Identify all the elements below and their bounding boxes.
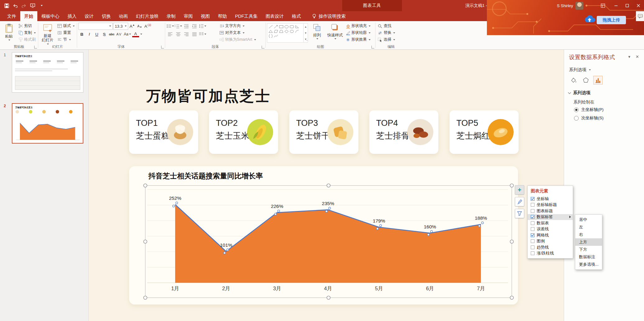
align-text-button[interactable]: 对齐文本 bbox=[218, 30, 264, 36]
reset-button[interactable]: 重置 bbox=[56, 30, 76, 36]
underline-button[interactable]: U bbox=[93, 31, 100, 38]
shape-rectangle-icon[interactable] bbox=[278, 24, 284, 29]
checkbox[interactable] bbox=[531, 227, 534, 231]
menu-item-below[interactable]: 下方 bbox=[575, 246, 602, 253]
pane-close-button[interactable]: ✕ bbox=[636, 54, 639, 59]
tab-record[interactable]: 录制 bbox=[163, 11, 180, 21]
checkbox[interactable] bbox=[531, 203, 534, 207]
undo-button[interactable] bbox=[11, 1, 19, 10]
line-spacing-button[interactable] bbox=[199, 23, 206, 30]
find-button[interactable]: 查找 bbox=[377, 23, 405, 29]
layout-button[interactable]: 版式 bbox=[56, 23, 76, 29]
clipboard-dialog-launcher[interactable] bbox=[34, 46, 37, 48]
checkbox[interactable] bbox=[531, 215, 534, 219]
chart-elements-button[interactable]: + bbox=[515, 185, 524, 195]
new-slide-button[interactable]: 新建 幻灯片 bbox=[40, 22, 56, 45]
text-shadow-button[interactable]: S bbox=[101, 31, 108, 38]
chart-container-card[interactable]: 抖音芝士相关话题搜索量同比增长率 252%101%226%235%179%160… bbox=[129, 166, 518, 305]
numbering-button[interactable]: 12 bbox=[175, 23, 182, 30]
bullets-button[interactable] bbox=[166, 23, 174, 30]
fill-line-tab[interactable] bbox=[569, 76, 578, 85]
tab-transitions[interactable]: 切换 bbox=[98, 11, 115, 21]
series-options-section-header[interactable]: 系列选项 bbox=[568, 90, 590, 96]
tab-format[interactable]: 格式 bbox=[288, 11, 305, 21]
tab-view[interactable]: 视图 bbox=[197, 11, 214, 21]
slide-title[interactable]: 万物皆可加点芝士 bbox=[146, 86, 271, 106]
shape-trapezoid-icon[interactable] bbox=[278, 29, 284, 34]
shape-right-triangle-icon[interactable] bbox=[294, 24, 300, 29]
columns-button[interactable] bbox=[199, 31, 206, 38]
slide-thumbnail-2[interactable]: 万物皆可加点芝士 bbox=[12, 103, 83, 144]
cloud-upload-icon[interactable] bbox=[584, 14, 595, 24]
element-selector-dropdown[interactable]: 系列选项 bbox=[569, 67, 591, 73]
shape-curve-icon[interactable] bbox=[273, 34, 278, 38]
arrange-button[interactable]: 排列 bbox=[309, 22, 325, 44]
checkbox[interactable] bbox=[531, 239, 534, 243]
chart-styles-button[interactable] bbox=[515, 197, 524, 206]
shape-outline-button[interactable]: 形状轮廓 bbox=[345, 30, 371, 36]
top5-card[interactable]: TOP5 芝士焗红薯 bbox=[450, 110, 519, 154]
section-button[interactable]: 节 bbox=[56, 36, 76, 43]
menu-item-axes[interactable]: 坐标轴 bbox=[528, 196, 573, 202]
format-painter-button[interactable]: 格式刷 bbox=[17, 36, 37, 43]
checkbox[interactable] bbox=[531, 209, 534, 213]
tab-chart-design[interactable]: 图表设计 bbox=[262, 11, 288, 21]
area-chart[interactable]: 252%101%226%235%179%160%188%1月2月3月4月5月6月… bbox=[129, 166, 518, 305]
top1-card[interactable]: TOP1 芝士蛋糕 bbox=[129, 110, 198, 154]
replace-button[interactable]: 替换 bbox=[377, 30, 405, 36]
top3-card[interactable]: TOP3 芝士饼干 bbox=[289, 110, 358, 154]
tab-insert[interactable]: 插入 bbox=[63, 11, 81, 21]
menu-item-data-table[interactable]: 数据表 bbox=[528, 220, 573, 226]
menu-item-more-options[interactable]: 更多选项... bbox=[575, 261, 602, 268]
paragraph-dialog-launcher[interactable] bbox=[262, 46, 264, 48]
chart-filters-button[interactable] bbox=[515, 209, 524, 218]
copy-button[interactable]: 复制 bbox=[17, 30, 37, 36]
radio-icon[interactable] bbox=[574, 116, 579, 121]
shape-triangle-icon[interactable] bbox=[268, 29, 273, 34]
checkbox[interactable] bbox=[531, 245, 534, 249]
close-button[interactable] bbox=[633, 0, 644, 11]
tab-template-center[interactable]: 模板中心 bbox=[37, 11, 63, 21]
font-name-combo[interactable] bbox=[78, 23, 113, 30]
menu-item-gridlines[interactable]: 网格线 bbox=[528, 232, 573, 238]
tab-help[interactable]: 帮助 bbox=[214, 11, 231, 21]
menu-item-trendline[interactable]: 趋势线 bbox=[528, 244, 573, 250]
font-dialog-launcher[interactable] bbox=[161, 46, 164, 48]
gallery-scroll-up-button[interactable]: ▲ bbox=[304, 24, 308, 30]
menu-item-center[interactable]: 居中 bbox=[575, 216, 602, 223]
tab-review[interactable]: 审阅 bbox=[180, 11, 197, 21]
align-center-button[interactable] bbox=[175, 31, 182, 38]
shape-ellipse-icon[interactable] bbox=[284, 24, 289, 29]
character-spacing-button[interactable]: AV bbox=[116, 31, 123, 38]
checkbox[interactable] bbox=[531, 221, 534, 225]
feedback-chat-button[interactable] bbox=[636, 11, 644, 21]
pane-options-button[interactable]: ▾ bbox=[628, 54, 630, 59]
tab-slideshow[interactable]: 幻灯片放映 bbox=[132, 11, 163, 21]
shape-arc-icon[interactable] bbox=[294, 29, 300, 34]
menu-item-up-down-bars[interactable]: 涨/跌柱线 bbox=[528, 250, 573, 257]
tab-animations[interactable]: 动画 bbox=[115, 11, 132, 21]
top2-card[interactable]: TOP2 芝士玉米 bbox=[209, 110, 278, 154]
tab-design[interactable]: 设计 bbox=[81, 11, 98, 21]
effects-tab[interactable] bbox=[581, 76, 590, 85]
change-case-button[interactable]: Aa bbox=[123, 31, 132, 38]
start-slideshow-button[interactable] bbox=[29, 1, 37, 10]
cut-button[interactable]: 剪切 bbox=[17, 23, 37, 29]
slide-thumbnail-1[interactable]: 万物皆可加点芝士 bbox=[12, 52, 83, 93]
menu-item-data-labels[interactable]: 数据标签 bbox=[528, 214, 573, 220]
quick-styles-button[interactable]: 快速样式 bbox=[326, 22, 344, 44]
font-size-combo[interactable] bbox=[113, 23, 128, 30]
customize-qat-button[interactable] bbox=[37, 1, 45, 10]
top4-card[interactable]: TOP4 芝士排骨 bbox=[369, 110, 438, 154]
shape-line-icon[interactable] bbox=[268, 24, 273, 29]
menu-item-chart-title[interactable]: 图表标题 bbox=[528, 208, 573, 214]
tab-file[interactable]: 文件 bbox=[3, 11, 20, 21]
text-direction-button[interactable]: 文字方向 bbox=[218, 23, 264, 29]
increase-font-size-button[interactable]: A▲ bbox=[129, 23, 136, 30]
font-color-button[interactable]: A bbox=[132, 31, 139, 37]
italic-button[interactable]: I bbox=[86, 31, 93, 38]
shape-effects-button[interactable]: 形状效果 bbox=[345, 36, 371, 43]
font-size-input[interactable] bbox=[115, 24, 123, 29]
shape-hexagon-icon[interactable] bbox=[289, 29, 294, 34]
tab-home[interactable]: 开始 bbox=[20, 11, 37, 21]
